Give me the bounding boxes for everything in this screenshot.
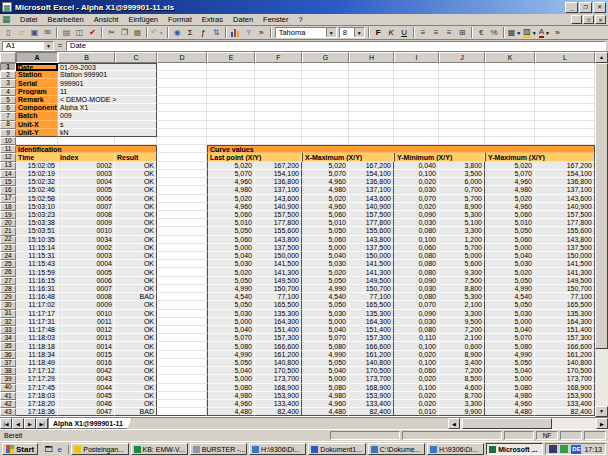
cell[interactable] <box>485 63 535 71</box>
x-max-y-cell[interactable]: 153,900 <box>349 392 394 400</box>
last-point-x-cell[interactable]: 5,000 <box>207 375 255 383</box>
x-max-y-cell[interactable]: 140,800 <box>349 359 394 367</box>
menu-item-einfgen[interactable]: Einfügen <box>123 14 163 25</box>
column-header-C[interactable]: C <box>115 52 157 63</box>
cell[interactable] <box>207 88 255 96</box>
result-cell[interactable]: OK <box>115 252 157 260</box>
y-max-x-cell[interactable]: 4,960 <box>485 203 535 211</box>
cell[interactable] <box>485 71 535 79</box>
row-header-20[interactable]: 20 <box>0 219 16 227</box>
cell[interactable] <box>157 285 207 293</box>
index-cell[interactable]: 0046 <box>58 400 115 408</box>
time-header-cell[interactable]: Time <box>16 153 58 161</box>
cell[interactable] <box>349 88 394 96</box>
last-point-x-cell[interactable]: 4,990 <box>207 285 255 293</box>
cell[interactable] <box>207 71 255 79</box>
y-min-y-cell[interactable]: 5,300 <box>439 211 485 219</box>
x-max-x-cell[interactable]: 5,000 <box>302 318 349 326</box>
result-cell[interactable]: OK <box>115 359 157 367</box>
y-max-y-cell[interactable]: 82,400 <box>535 408 595 416</box>
time-cell[interactable]: 15:02:19 <box>16 170 58 178</box>
row-header-5[interactable]: 5 <box>0 96 16 104</box>
cell[interactable] <box>207 112 255 120</box>
cell[interactable] <box>157 268 207 276</box>
y-min-x-cell[interactable]: 0,080 <box>394 252 439 260</box>
cell[interactable] <box>157 219 207 227</box>
index-cell[interactable]: 0009 <box>58 301 115 309</box>
y-max-x-cell[interactable]: 4,540 <box>485 293 535 301</box>
index-cell[interactable]: 0007 <box>58 203 115 211</box>
cell[interactable] <box>58 137 115 145</box>
result-cell[interactable]: OK <box>115 318 157 326</box>
copy-icon[interactable]: ❐ <box>118 27 131 39</box>
y-min-y-cell[interactable]: 3,300 <box>439 227 485 235</box>
x-max-x-cell[interactable]: 4,980 <box>302 392 349 400</box>
last-point-x-cell[interactable]: 5,060 <box>207 236 255 244</box>
cell[interactable] <box>255 137 302 145</box>
index-cell[interactable]: 0006 <box>58 277 115 285</box>
cell[interactable] <box>157 277 207 285</box>
result-cell[interactable]: OK <box>115 186 157 194</box>
y-max-x-cell[interactable]: 5,040 <box>485 367 535 375</box>
workbook-close-button[interactable]: ✕ <box>595 15 606 24</box>
align-icon[interactable]: ≡ <box>430 27 443 39</box>
y-min-x-cell[interactable]: 0,100 <box>394 342 439 350</box>
result-cell[interactable]: OK <box>115 367 157 375</box>
y-max-y-cell[interactable]: 157,500 <box>535 211 595 219</box>
last-point-y-cell[interactable]: 177,800 <box>255 219 302 227</box>
x-max-x-cell[interactable]: 5,020 <box>302 268 349 276</box>
cell[interactable] <box>255 96 302 104</box>
last-point-x-cell[interactable]: 5,080 <box>207 384 255 392</box>
y-min-x-cell[interactable]: 0,070 <box>394 301 439 309</box>
y-max-x-cell[interactable]: 5,000 <box>485 244 535 252</box>
vertical-scrollbar[interactable]: ▲ ▼ <box>595 52 608 417</box>
tray-display-icon[interactable] <box>549 445 557 453</box>
y-min-x-cell[interactable]: 0,080 <box>394 293 439 301</box>
last-point-x-cell[interactable]: 4,980 <box>207 392 255 400</box>
result-cell[interactable]: OK <box>115 400 157 408</box>
cell[interactable] <box>439 112 485 120</box>
info-label-cell[interactable]: Date <box>16 63 58 71</box>
y-min-x-cell[interactable]: 0,020 <box>394 400 439 408</box>
last-point-x-cell[interactable]: 5,040 <box>207 326 255 334</box>
info-label-cell[interactable]: Unit-Y <box>16 129 58 137</box>
more-buttons-icon[interactable]: » <box>551 27 564 39</box>
y-max-x-cell[interactable]: 5,050 <box>485 301 535 309</box>
y-max-y-cell[interactable]: 166,600 <box>535 342 595 350</box>
cell[interactable] <box>157 88 207 96</box>
internet-explorer-icon[interactable]: e <box>55 445 64 454</box>
last-point-y-cell[interactable]: 154,100 <box>255 170 302 178</box>
cell[interactable] <box>439 96 485 104</box>
cell[interactable] <box>207 104 255 112</box>
info-label-cell[interactable]: Unit-X <box>16 121 58 129</box>
x-max-x-cell[interactable]: 4,960 <box>302 400 349 408</box>
hscroll-right-icon[interactable]: ▶ <box>596 418 608 429</box>
column-header-L[interactable]: L <box>535 52 595 63</box>
y-max-y-cell[interactable]: 137,500 <box>535 244 595 252</box>
info-value-cell[interactable]: 009 <box>58 112 157 120</box>
y-min-x-cell[interactable]: 0,020 <box>394 203 439 211</box>
cell[interactable] <box>349 137 394 145</box>
time-cell[interactable]: 11:17:17 <box>16 310 58 318</box>
cell[interactable] <box>349 129 394 137</box>
last-point-y-cell[interactable]: 149,500 <box>255 277 302 285</box>
row-header-25[interactable]: 25 <box>0 260 16 268</box>
index-cell[interactable]: 0009 <box>58 219 115 227</box>
result-cell[interactable]: OK <box>115 260 157 268</box>
last-point-x-cell[interactable]: 5,040 <box>207 367 255 375</box>
y-max-y-cell[interactable]: 151,400 <box>535 326 595 334</box>
column-header-A[interactable]: A <box>16 52 58 63</box>
index-cell[interactable]: 0016 <box>58 359 115 367</box>
scroll-up-icon[interactable]: ▲ <box>595 52 608 63</box>
result-header-cell[interactable]: Result <box>115 153 157 161</box>
y-max-x-cell[interactable]: 4,480 <box>485 408 535 416</box>
row-header-32[interactable]: 32 <box>0 318 16 326</box>
cell[interactable] <box>157 121 207 129</box>
minimize-button[interactable]: _ <box>565 2 578 13</box>
cell[interactable] <box>349 96 394 104</box>
row-header-40[interactable]: 40 <box>0 384 16 392</box>
autosum-icon[interactable]: Σ <box>184 27 197 39</box>
start-button[interactable]: Start <box>2 443 38 455</box>
row-header-4[interactable]: 4 <box>0 88 16 96</box>
last-point-y-cell[interactable]: 170,500 <box>255 367 302 375</box>
